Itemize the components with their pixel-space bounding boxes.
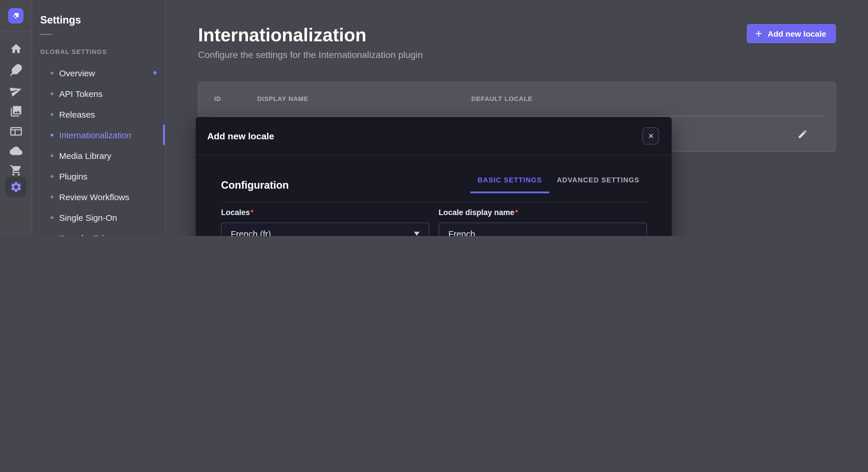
settings-title-underline <box>40 34 52 35</box>
settings-icon[interactable] <box>10 181 22 193</box>
bullet-icon <box>51 195 53 198</box>
sidebar-item-label: Single Sign-On <box>59 212 117 222</box>
bullet-icon <box>51 133 53 136</box>
required-asterisk: * <box>515 208 518 217</box>
add-new-locale-label: Add new locale <box>768 29 826 38</box>
sidebar-item-single-sign-on[interactable]: Single Sign-On <box>32 207 165 228</box>
modal-body: Configuration BASIC SETTINGSADVANCED SET… <box>196 156 672 236</box>
plus-icon <box>754 29 763 38</box>
content-manager-icon[interactable] <box>10 64 22 76</box>
locales-field: Locales* French (fr) <box>221 208 429 236</box>
sidebar-item-internationalization[interactable]: Internationalization <box>32 125 165 145</box>
edit-locale-button[interactable] <box>797 129 808 139</box>
sidebar-item-api-tokens[interactable]: API Tokens <box>32 83 165 104</box>
sidebar-item-label: Plugins <box>59 171 87 181</box>
display-name-label: Locale display name* <box>439 208 647 218</box>
chevron-down-icon <box>414 232 420 236</box>
column-header-default-locale: DEFAULT LOCALE <box>471 95 532 102</box>
bullet-icon <box>51 154 53 157</box>
settings-tabs: BASIC SETTINGSADVANCED SETTINGS <box>470 176 647 192</box>
content-type-builder-icon[interactable] <box>10 125 22 138</box>
releases-icon[interactable] <box>10 84 22 97</box>
main-icon-sidebar: KD <box>0 0 32 236</box>
add-locale-modal: Add new locale Configuration BASIC SETTI… <box>196 117 672 236</box>
sidebar-item-label: Transfer Tokens <box>59 233 120 236</box>
modal-title: Add new locale <box>207 117 274 156</box>
page-subtitle: Configure the settings for the Internati… <box>198 49 423 61</box>
required-asterisk: * <box>251 208 254 217</box>
tab-basic-settings[interactable]: BASIC SETTINGS <box>470 176 549 192</box>
column-header-id: ID <box>214 95 221 102</box>
add-new-locale-button[interactable]: Add new locale <box>747 24 836 43</box>
sidebar-item-label: Review Workflows <box>59 192 129 202</box>
bullet-icon <box>51 216 53 219</box>
sidebar-item-media-library[interactable]: Media Library <box>32 145 165 166</box>
column-header-display-name: DISPLAY NAME <box>257 95 308 102</box>
strapi-admin-app: KD Settings GLOBAL SETTINGSOverviewAPI T… <box>0 0 868 236</box>
locales-select[interactable]: French (fr) <box>221 223 429 236</box>
settings-sidebar: Settings GLOBAL SETTINGSOverviewAPI Toke… <box>32 0 165 236</box>
deploy-icon[interactable] <box>10 144 22 157</box>
locales-label: Locales* <box>221 208 429 218</box>
sidebar-item-label: Overview <box>59 68 95 78</box>
table-header-row: IDDISPLAY NAMEDEFAULT LOCALE <box>198 82 835 116</box>
configuration-section-title: Configuration <box>221 178 289 192</box>
sidebar-item-label: Media Library <box>59 150 112 160</box>
notification-dot <box>153 71 157 74</box>
tab-advanced-settings[interactable]: ADVANCED SETTINGS <box>549 176 647 192</box>
close-icon <box>647 133 654 139</box>
settings-sidebar-title: Settings <box>40 14 165 26</box>
sidebar-item-review-workflows[interactable]: Review Workflows <box>32 187 165 207</box>
tabs-divider <box>221 202 647 202</box>
modal-header: Add new locale <box>196 117 672 156</box>
marketplace-icon[interactable] <box>10 164 22 177</box>
settings-nav-sections: GLOBAL SETTINGSOverviewAPI TokensRelease… <box>32 47 165 236</box>
home-icon[interactable] <box>10 42 22 55</box>
sidebar-item-plugins[interactable]: Plugins <box>32 166 165 187</box>
nav-list-global-settings: OverviewAPI TokensReleasesInternationali… <box>32 63 165 236</box>
strapi-logo-icon <box>10 10 21 21</box>
sidebar-item-label: Releases <box>59 109 95 119</box>
sidebar-divider <box>0 32 32 32</box>
nav-section-global-settings: GLOBAL SETTINGS <box>40 47 165 56</box>
sidebar-item-transfer-tokens[interactable]: Transfer Tokens <box>32 228 165 236</box>
close-modal-button[interactable] <box>642 127 659 144</box>
pencil-icon <box>797 129 808 139</box>
bullet-icon <box>51 71 53 74</box>
bullet-icon <box>51 92 53 95</box>
sidebar-item-label: Internationalization <box>59 130 131 140</box>
page-title: Internationalization <box>198 24 367 46</box>
bullet-icon <box>51 175 53 177</box>
sidebar-item-overview[interactable]: Overview <box>32 63 165 83</box>
strapi-logo[interactable] <box>8 8 24 24</box>
display-name-input[interactable] <box>439 223 647 236</box>
display-name-field: Locale display name* Locale will be disp… <box>439 208 647 236</box>
locales-select-value: French (fr) <box>231 229 271 236</box>
bullet-icon <box>51 113 53 115</box>
media-library-icon[interactable] <box>10 105 22 117</box>
sidebar-item-label: API Tokens <box>59 89 102 98</box>
sidebar-item-releases[interactable]: Releases <box>32 104 165 125</box>
